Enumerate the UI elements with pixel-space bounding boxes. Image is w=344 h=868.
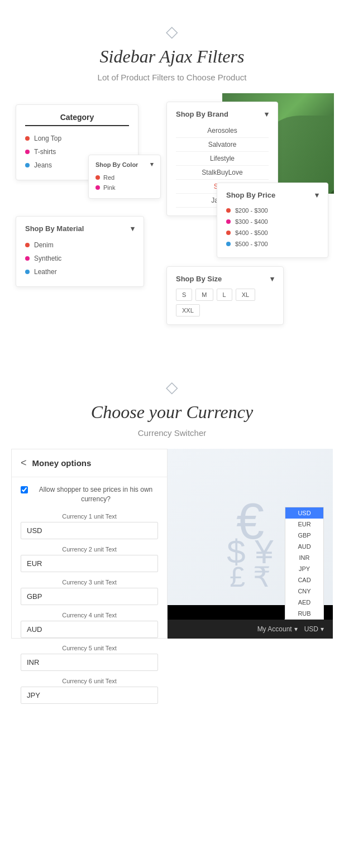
money-panel-body: Allow shopper to see prices in his own c…: [12, 477, 167, 718]
material-card: Shop By Material ▾ Denim Synthetic Leath…: [16, 216, 144, 287]
price-header: Shop By Price ▾: [226, 191, 319, 199]
currency3-label: Currency 3 unit Text: [21, 579, 158, 586]
currency-section: ◇ Choose your Currency Currency Switcher…: [0, 356, 344, 650]
currency2-label: Currency 2 unit Text: [21, 546, 158, 553]
currency2-input[interactable]: [21, 555, 158, 572]
money-options-panel: < Money options Allow shopper to see pri…: [11, 449, 168, 639]
currency-usd[interactable]: USD: [285, 507, 323, 519]
color-label: Shop By Color: [95, 161, 138, 168]
currency4-label: Currency 4 unit Text: [21, 612, 158, 618]
currency1-label: Currency 1 unit Text: [21, 513, 158, 520]
usd-dropdown-button[interactable]: USD ▾ USD EUR GBP AUD INR JPY CAD CNY: [304, 625, 324, 633]
currency-cny[interactable]: CNY: [285, 586, 323, 597]
size-xl[interactable]: XL: [236, 289, 255, 301]
currency6-input[interactable]: [21, 687, 158, 704]
currency-list: USD EUR GBP AUD INR JPY CAD CNY AED RUB: [285, 507, 324, 620]
dot-red: [25, 136, 30, 141]
filters-section: ◇ Sidebar Ajax Filters Lot of Product Fi…: [0, 0, 344, 356]
price-dot-1: [226, 208, 231, 213]
price-chevron: ▾: [315, 191, 319, 199]
currency5-input[interactable]: [21, 654, 158, 671]
money-panel-title: Money options: [32, 458, 92, 468]
material-synthetic: Synthetic: [25, 252, 135, 265]
currency-rub[interactable]: RUB: [285, 608, 323, 619]
color-pink: Pink: [95, 183, 154, 193]
currency-jpy[interactable]: JPY: [285, 563, 323, 574]
dot-pink: [25, 150, 30, 154]
red-dot: [95, 175, 100, 180]
currency-visual: € $ ¥ £ ₹ ♡ 🛒 My Account ▾ U: [168, 449, 333, 639]
price-500-700: $500 - $700: [226, 238, 319, 250]
size-l[interactable]: L: [217, 289, 232, 301]
size-chevron: ▾: [270, 275, 274, 283]
currency6-field: Currency 6 unit Text: [21, 678, 158, 704]
cat-long-top: Long Top: [25, 132, 129, 145]
price-card: Shop By Price ▾ $200 - $300 $300 - $400 …: [217, 183, 328, 258]
usd-chevron: ▾: [321, 625, 324, 633]
section2-subtitle: Currency Switcher: [11, 428, 333, 438]
section1-subtitle: Lot of Product Filters to Choose Product: [11, 73, 333, 82]
currency-dropdown-bar: My Account ▾ USD ▾ USD EUR GBP AUD INR: [168, 620, 333, 639]
diamond-icon-1: ◇: [11, 22, 333, 41]
size-card: Shop By Size ▾ S M L XL XXL: [166, 266, 284, 325]
size-xxl[interactable]: XXL: [176, 304, 200, 316]
allow-shopper-label: Allow shopper to see prices in his own c…: [34, 485, 158, 504]
currency-aed[interactable]: AED: [285, 597, 323, 608]
brand-header: Shop By Brand ▾: [176, 110, 269, 118]
size-label: Shop By Size: [176, 275, 222, 283]
brand-aerosoles: Aerosoles: [176, 124, 269, 138]
size-header: Shop By Size ▾: [176, 275, 274, 283]
currency-inr[interactable]: INR: [285, 552, 323, 563]
color-header: Shop By Color ▾: [95, 161, 154, 168]
size-s[interactable]: S: [176, 289, 192, 301]
dot-blue: [25, 163, 30, 167]
price-dot-3: [226, 231, 231, 235]
currency4-input[interactable]: [21, 621, 158, 638]
my-account-button[interactable]: My Account ▾: [257, 625, 298, 633]
currency-eur[interactable]: EUR: [285, 519, 323, 530]
color-chevron: ▾: [150, 161, 154, 168]
brand-label: Shop By Brand: [176, 110, 228, 118]
currency2-field: Currency 2 unit Text: [21, 546, 158, 572]
color-red: Red: [95, 172, 154, 183]
denim-dot: [25, 243, 30, 247]
size-m[interactable]: M: [195, 289, 213, 301]
currency6-label: Currency 6 unit Text: [21, 678, 158, 684]
bottom-nav-area: ♡ 🛒 My Account ▾ USD ▾ USD: [168, 605, 333, 639]
my-account-chevron: ▾: [294, 625, 298, 633]
allow-shopper-checkbox[interactable]: [21, 486, 28, 493]
synthetic-dot: [25, 256, 30, 261]
diamond-icon-2: ◇: [11, 378, 333, 396]
material-chevron: ▾: [131, 224, 135, 233]
brand-stalkbuylove: StalkBuyLove: [176, 166, 269, 180]
currency5-field: Currency 5 unit Text: [21, 645, 158, 671]
price-400-500: $400 - $500: [226, 227, 319, 238]
material-label: Shop By Material: [25, 224, 84, 233]
currency5-label: Currency 5 unit Text: [21, 645, 158, 651]
currency-cad[interactable]: CAD: [285, 574, 323, 586]
section1-title: Sidebar Ajax Filters: [11, 46, 333, 67]
currency1-field: Currency 1 unit Text: [21, 513, 158, 539]
currency-mockup: < Money options Allow shopper to see pri…: [11, 449, 333, 639]
color-card: Shop By Color ▾ Red Pink: [88, 155, 161, 199]
currency3-input[interactable]: [21, 588, 158, 605]
back-arrow-icon[interactable]: <: [21, 457, 27, 469]
brand-lifestyle: Lifestyle: [176, 152, 269, 166]
currency-aud[interactable]: AUD: [285, 541, 323, 552]
brand-chevron: ▾: [265, 110, 269, 118]
currency3-field: Currency 3 unit Text: [21, 579, 158, 605]
usd-label: USD: [304, 625, 318, 633]
brand-salvatore: Salvatore: [176, 138, 269, 152]
currency-symbols-display: € $ ¥ £ ₹: [227, 496, 273, 591]
price-200-300: $200 - $300: [226, 205, 319, 216]
price-dot-4: [226, 242, 231, 246]
material-header: Shop By Material ▾: [25, 224, 135, 233]
currency-gbp[interactable]: GBP: [285, 530, 323, 541]
price-label: Shop By Price: [226, 191, 275, 199]
currency1-input[interactable]: [21, 522, 158, 539]
pink-dot: [95, 185, 100, 190]
material-leather: Leather: [25, 265, 135, 279]
material-denim: Denim: [25, 238, 135, 252]
money-panel-header: < Money options: [12, 449, 167, 477]
section2-title: Choose your Currency: [11, 402, 333, 423]
